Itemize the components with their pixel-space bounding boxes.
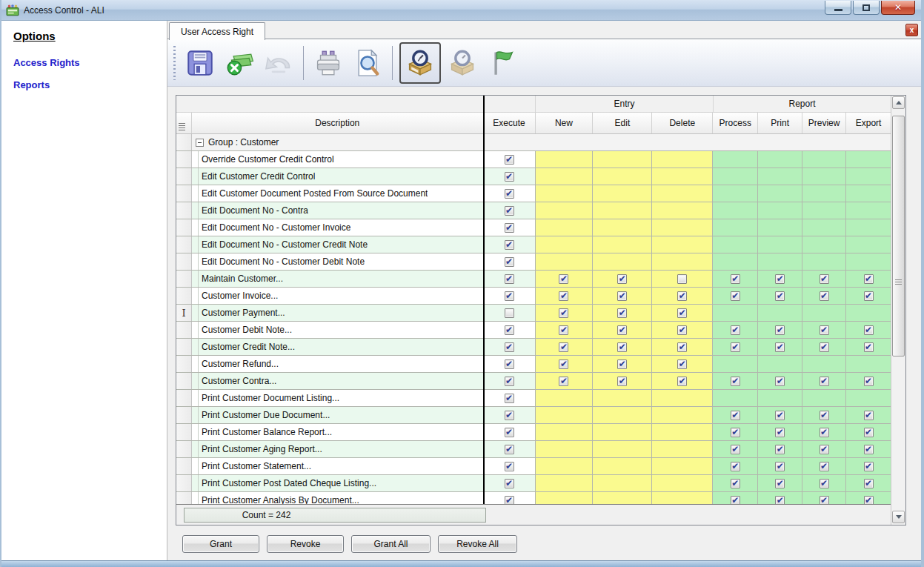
scroll-down-button[interactable] <box>892 511 905 523</box>
execute-checkbox[interactable] <box>505 274 514 284</box>
process-checkbox[interactable] <box>731 462 740 471</box>
group-row[interactable]: Group : Customer <box>176 134 891 151</box>
export-checkbox[interactable] <box>864 291 874 301</box>
preview-cell[interactable] <box>802 271 846 287</box>
export-checkbox[interactable] <box>864 342 874 352</box>
process-cell[interactable] <box>713 271 758 287</box>
row-selector[interactable] <box>176 219 192 236</box>
edit-cell[interactable] <box>593 322 652 338</box>
row-selector[interactable] <box>176 271 192 287</box>
edit-cell[interactable] <box>593 458 652 474</box>
new-checkbox[interactable] <box>559 342 568 352</box>
preview-cell[interactable] <box>802 168 846 185</box>
process-checkbox[interactable] <box>731 445 740 454</box>
preview-checkbox[interactable] <box>820 445 829 454</box>
print-checkbox[interactable] <box>775 325 785 335</box>
row-selector[interactable] <box>176 202 192 219</box>
delete-cell[interactable] <box>652 441 713 457</box>
new-cell[interactable] <box>536 475 594 491</box>
drawer-clock-button[interactable] <box>445 44 480 82</box>
description-cell[interactable]: Edit Document No - Customer Debit Note <box>192 253 484 270</box>
print-checkbox[interactable] <box>775 445 785 454</box>
grant-button[interactable]: Grant <box>182 535 259 553</box>
new-checkbox[interactable] <box>559 325 568 335</box>
edit-cell[interactable] <box>593 492 652 504</box>
new-cell[interactable] <box>536 458 594 474</box>
table-row[interactable]: ICustomer Payment... <box>176 305 891 322</box>
new-checkbox[interactable] <box>559 274 568 284</box>
column-header-export[interactable]: Export <box>846 113 891 133</box>
execute-checkbox[interactable] <box>505 411 514 420</box>
table-row[interactable]: Print Customer Balance Report... <box>176 424 891 441</box>
export-checkbox[interactable] <box>864 496 874 505</box>
execute-checkbox[interactable] <box>505 308 514 318</box>
delete-checkbox[interactable] <box>677 359 687 369</box>
process-cell[interactable] <box>713 322 758 338</box>
row-selector[interactable] <box>176 373 192 389</box>
close-button[interactable]: ✕ <box>881 1 915 15</box>
row-selector[interactable] <box>176 424 192 440</box>
revoke-all-button[interactable]: Revoke All <box>438 535 517 553</box>
execute-cell[interactable] <box>484 305 536 321</box>
export-cell[interactable] <box>846 458 891 474</box>
row-selector[interactable] <box>176 185 192 202</box>
table-row[interactable]: Customer Refund... <box>176 356 891 373</box>
undo-button[interactable] <box>261 44 296 82</box>
description-cell[interactable]: Print Customer Balance Report... <box>192 424 484 440</box>
execute-cell[interactable] <box>484 458 536 474</box>
preview-cell[interactable] <box>802 424 846 440</box>
row-selector[interactable] <box>176 151 192 168</box>
process-cell[interactable] <box>713 390 758 406</box>
row-selector[interactable] <box>176 441 192 457</box>
delete-cell[interactable] <box>652 168 713 185</box>
row-selector[interactable] <box>176 236 192 253</box>
edit-cell[interactable] <box>593 339 652 355</box>
process-cell[interactable] <box>713 373 758 389</box>
minimize-button[interactable] <box>825 1 851 15</box>
print-cell[interactable] <box>758 407 802 423</box>
delete-cell[interactable] <box>652 390 713 406</box>
print-cell[interactable] <box>758 373 802 389</box>
export-cell[interactable] <box>846 441 891 457</box>
column-header-preview[interactable]: Preview <box>802 113 846 133</box>
execute-checkbox[interactable] <box>505 240 514 250</box>
export-checkbox[interactable] <box>864 479 874 488</box>
table-row[interactable]: Customer Debit Note... <box>176 322 891 339</box>
vertical-scrollbar[interactable] <box>891 96 905 525</box>
edit-cell[interactable] <box>593 390 652 406</box>
export-checkbox[interactable] <box>864 325 874 335</box>
row-selector[interactable] <box>176 492 192 504</box>
edit-checkbox[interactable] <box>617 274 627 284</box>
preview-cell[interactable] <box>802 441 846 457</box>
table-row[interactable]: Maintain Customer... <box>176 271 891 288</box>
new-cell[interactable] <box>536 202 594 219</box>
edit-cell[interactable] <box>593 424 652 440</box>
description-cell[interactable]: Customer Credit Note... <box>192 339 484 355</box>
export-cell[interactable] <box>846 305 891 321</box>
table-row[interactable]: Print Customer Analysis By Document... <box>176 492 891 504</box>
description-cell[interactable]: Maintain Customer... <box>192 271 484 287</box>
export-cell[interactable] <box>846 151 891 168</box>
edit-cell[interactable] <box>593 185 652 202</box>
process-cell[interactable] <box>713 185 758 202</box>
preview-cell[interactable] <box>802 288 846 304</box>
process-cell[interactable] <box>713 441 758 457</box>
edit-cell[interactable] <box>593 219 652 236</box>
print-checkbox[interactable] <box>775 428 785 437</box>
export-cell[interactable] <box>846 407 891 423</box>
row-selector[interactable] <box>176 407 192 423</box>
sidebar-item-access-rights[interactable]: Access Rights <box>13 57 167 68</box>
edit-cell[interactable] <box>593 441 652 457</box>
execute-checkbox[interactable] <box>505 394 514 403</box>
edit-checkbox[interactable] <box>617 291 627 301</box>
row-selector[interactable] <box>176 322 192 338</box>
row-selector[interactable]: I <box>176 305 192 321</box>
preview-cell[interactable] <box>802 339 846 355</box>
export-cell[interactable] <box>846 168 891 185</box>
process-cell[interactable] <box>713 288 758 304</box>
print-cell[interactable] <box>758 185 802 202</box>
execute-checkbox[interactable] <box>505 462 514 471</box>
print-cell[interactable] <box>758 253 802 270</box>
execute-cell[interactable] <box>484 219 536 236</box>
delete-cell[interactable] <box>652 373 713 389</box>
